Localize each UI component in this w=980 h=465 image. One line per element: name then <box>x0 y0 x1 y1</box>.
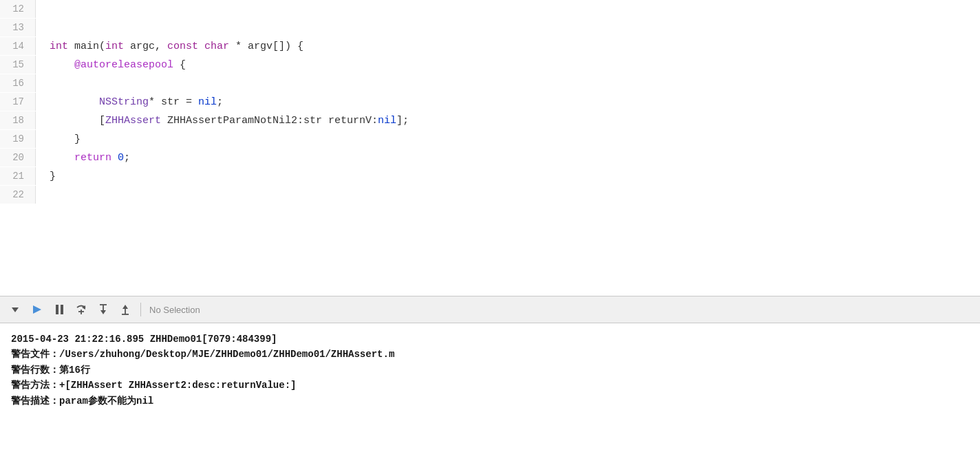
line-number: 15 <box>0 56 36 74</box>
continue-icon <box>30 304 44 315</box>
console-line: 警告行数：第16行 <box>11 363 969 378</box>
line-content: NSString* str = nil; <box>36 94 223 111</box>
line-number: 16 <box>0 74 36 92</box>
line-content <box>36 1 56 19</box>
console-line: 警告方法：+[ZHHAssert ZHHAssert2:desc:returnV… <box>11 378 969 393</box>
step-out-button[interactable] <box>116 301 135 318</box>
code-line: 22 <box>0 186 980 204</box>
continue-button[interactable] <box>28 301 47 318</box>
console-line: 警告描述：param参数不能为nil <box>11 393 969 409</box>
line-number: 19 <box>0 130 36 148</box>
line-number: 17 <box>0 93 36 111</box>
line-number: 22 <box>0 186 36 204</box>
step-out-icon <box>119 303 131 316</box>
line-content: } <box>36 131 81 149</box>
step-over-icon <box>74 303 88 316</box>
code-line: 19 } <box>0 130 980 149</box>
console-line: 2015-04-23 21:22:16.895 ZHHDemo01[7079:4… <box>11 332 969 347</box>
pause-icon <box>56 305 63 314</box>
line-content <box>36 19 56 37</box>
no-selection-label: No Selection <box>149 305 200 315</box>
code-line: 15 @autoreleasepool { <box>0 56 980 74</box>
code-line: 21} <box>0 167 980 186</box>
console-line: 警告文件：/Users/zhuhong/Desktop/MJE/ZHHDemo0… <box>11 347 969 362</box>
line-number: 21 <box>0 167 36 185</box>
code-line: 20 return 0; <box>0 149 980 167</box>
line-number: 12 <box>0 0 36 18</box>
line-content: int main(int argc, const char * argv[]) … <box>36 38 303 56</box>
code-line: 12 <box>0 0 980 19</box>
line-number: 14 <box>0 37 36 55</box>
line-content <box>36 186 56 204</box>
line-number: 18 <box>0 111 36 129</box>
code-lines: 12 13 14int main(int argc, const char * … <box>0 0 980 204</box>
line-number: 20 <box>0 149 36 166</box>
line-content: } <box>36 168 56 186</box>
line-content <box>36 75 56 93</box>
line-content: [ZHHAssert ZHHAssertParamNotNil2:str ret… <box>36 112 409 130</box>
line-content: return 0; <box>36 149 130 167</box>
svg-marker-0 <box>33 305 41 314</box>
console-panel: 2015-04-23 21:22:16.895 ZHHDemo01[7079:4… <box>0 323 980 417</box>
code-line: 18 [ZHHAssert ZHHAssertParamNotNil2:str … <box>0 111 980 130</box>
code-line: 14int main(int argc, const char * argv[]… <box>0 37 980 56</box>
hide-panel-button[interactable] <box>6 301 25 318</box>
code-editor: 12 13 14int main(int argc, const char * … <box>0 0 980 296</box>
step-into-button[interactable] <box>94 301 113 318</box>
pause-button[interactable] <box>50 301 69 318</box>
toolbar-separator <box>140 303 141 316</box>
line-number: 13 <box>0 19 36 36</box>
step-over-button[interactable] <box>72 301 91 318</box>
step-into-icon <box>97 303 109 316</box>
line-content: @autoreleasepool { <box>36 56 186 74</box>
svg-marker-8 <box>122 305 128 309</box>
svg-marker-5 <box>100 310 106 314</box>
code-line: 16 <box>0 74 980 93</box>
code-line: 17 NSString* str = nil; <box>0 93 980 111</box>
triangle-down-icon <box>12 307 19 312</box>
debug-toolbar: No Selection <box>0 296 980 323</box>
code-line: 13 <box>0 19 980 37</box>
